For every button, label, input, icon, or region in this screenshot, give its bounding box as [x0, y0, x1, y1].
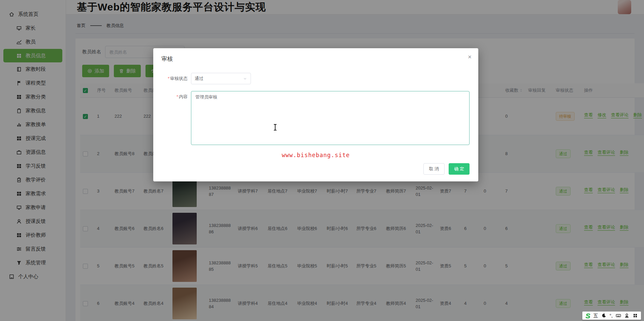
watermark-text: www.bishebang.site	[161, 152, 470, 158]
status-select-value: 通过	[195, 76, 203, 82]
moon-icon	[601, 313, 607, 318]
ime-toolbar[interactable]: S 五 °,	[582, 311, 641, 320]
content-textarea[interactable]: 管理员审核	[191, 91, 470, 145]
required-asterisk: *	[176, 94, 178, 99]
status-field-label: *审核状态	[161, 73, 191, 84]
audit-form: *审核状态 通过 *内容 管理员审核	[161, 73, 470, 145]
content-textarea-value: 管理员审核	[195, 94, 217, 99]
ime-punct-mode[interactable]: °,	[610, 313, 613, 318]
text-cursor	[275, 124, 276, 130]
audit-modal: 审核 × *审核状态 通过 *内容 管理员审核 www.bishebang.si…	[153, 48, 478, 181]
content-field-label: *内容	[161, 91, 191, 145]
ime-logo-icon[interactable]: S	[585, 312, 590, 319]
ime-wubi-mode[interactable]: 五	[593, 313, 598, 318]
required-asterisk: *	[168, 76, 169, 81]
confirm-button[interactable]: 确 定	[449, 163, 470, 175]
cancel-button[interactable]: 取 消	[423, 163, 445, 175]
keyboard-icon	[616, 313, 621, 318]
status-select[interactable]: 通过	[191, 73, 251, 84]
grid-dots-icon	[633, 313, 638, 318]
modal-title: 审核	[161, 55, 470, 63]
chevron-down-icon	[243, 77, 247, 81]
person-icon	[624, 313, 630, 318]
modal-footer: 取 消 确 定	[423, 163, 470, 175]
close-icon[interactable]: ×	[468, 54, 472, 60]
